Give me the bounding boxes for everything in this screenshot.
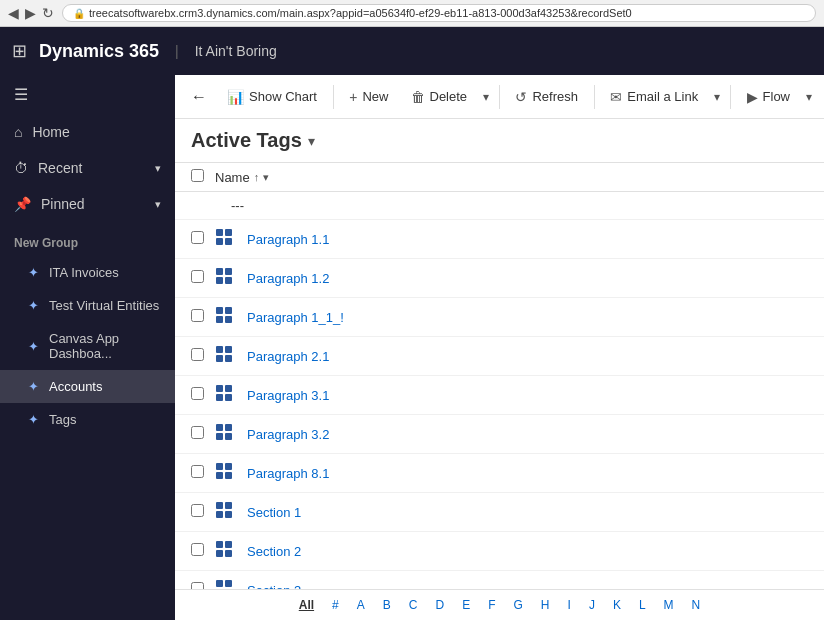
row-name-2[interactable]: Paragraph 1_1_!: [247, 310, 344, 325]
show-chart-button[interactable]: 📊 Show Chart: [217, 83, 327, 111]
table-area: Name ↑ ▾ --- Paragraph 1.1: [175, 163, 824, 589]
canvas-app-icon: ✦: [28, 339, 39, 354]
page-title-dropdown[interactable]: ▾: [308, 133, 315, 149]
pagination-c[interactable]: C: [401, 594, 426, 616]
delete-button[interactable]: 🗑 Delete: [401, 83, 478, 111]
table-row[interactable]: Paragraph 2.1: [175, 337, 824, 376]
sidebar-item-tags[interactable]: ✦ Tags: [0, 403, 175, 436]
refresh-button[interactable]: ↺ Refresh: [505, 83, 588, 111]
row-check-3[interactable]: [191, 348, 215, 364]
table-row[interactable]: Paragraph 1_1_!: [175, 298, 824, 337]
toolbar-dropdown-3[interactable]: ▾: [802, 84, 816, 110]
svg-rect-18: [216, 394, 223, 401]
back-nav-icon[interactable]: ◀: [8, 5, 19, 21]
table-row[interactable]: Paragraph 3.2: [175, 415, 824, 454]
sidebar-item-recent[interactable]: ⏱ Recent ▾: [0, 150, 175, 186]
row-checkbox-1[interactable]: [191, 270, 204, 283]
row-name-1[interactable]: Paragraph 1.2: [247, 271, 329, 286]
sidebar-item-home[interactable]: ⌂ Home: [0, 114, 175, 150]
flow-icon: ▶: [747, 89, 758, 105]
row-name-5[interactable]: Paragraph 3.2: [247, 427, 329, 442]
row-checkbox-0[interactable]: [191, 231, 204, 244]
sort-dropdown-icon[interactable]: ▾: [263, 171, 269, 184]
svg-rect-8: [216, 307, 223, 314]
pagination-k[interactable]: K: [605, 594, 629, 616]
row-name-7[interactable]: Section 1: [247, 505, 301, 520]
row-check-0[interactable]: [191, 231, 215, 247]
url-bar[interactable]: 🔒 treecatsoftwarebx.crm3.dynamics.com/ma…: [62, 4, 816, 22]
row-checkbox-5[interactable]: [191, 426, 204, 439]
table-row[interactable]: Paragraph 8.1: [175, 454, 824, 493]
row-checkbox-4[interactable]: [191, 387, 204, 400]
row-name-6[interactable]: Paragraph 8.1: [247, 466, 329, 481]
content-area: ← 📊 Show Chart + New 🗑 Delete ▾ ↺ Refres…: [175, 75, 824, 620]
waffle-icon[interactable]: ⊞: [12, 40, 27, 62]
pagination-h[interactable]: H: [533, 594, 558, 616]
home-icon: ⌂: [14, 124, 22, 140]
row-check-7[interactable]: [191, 504, 215, 520]
forward-nav-icon[interactable]: ▶: [25, 5, 36, 21]
row-name-3[interactable]: Paragraph 2.1: [247, 349, 329, 364]
sidebar-item-ita-invoices[interactable]: ✦ ITA Invoices: [0, 256, 175, 289]
back-button[interactable]: ←: [183, 82, 215, 112]
svg-rect-24: [216, 463, 223, 470]
sidebar-item-canvas-app[interactable]: ✦ Canvas App Dashboa...: [0, 322, 175, 370]
pagination-g[interactable]: G: [506, 594, 531, 616]
svg-rect-27: [225, 472, 232, 479]
row-checkbox-9[interactable]: [191, 582, 204, 589]
svg-rect-3: [225, 238, 232, 245]
toolbar-dropdown-2[interactable]: ▾: [710, 84, 724, 110]
sidebar-item-pinned[interactable]: 📌 Pinned ▾: [0, 186, 175, 222]
row-entity-icon-1: [215, 267, 239, 289]
pagination-j[interactable]: J: [581, 594, 603, 616]
flow-button[interactable]: ▶ Flow: [737, 83, 800, 111]
pagination-l[interactable]: L: [631, 594, 654, 616]
sort-asc-icon[interactable]: ↑: [254, 171, 260, 183]
row-name-4[interactable]: Paragraph 3.1: [247, 388, 329, 403]
table-row[interactable]: Section 2: [175, 532, 824, 571]
row-check-8[interactable]: [191, 543, 215, 559]
header-check-col[interactable]: [191, 169, 215, 185]
pagination-n[interactable]: N: [684, 594, 709, 616]
svg-rect-5: [225, 268, 232, 275]
row-entity-icon-3: [215, 345, 239, 367]
row-check-9[interactable]: [191, 582, 215, 589]
row-checkbox-3[interactable]: [191, 348, 204, 361]
table-row[interactable]: Paragraph 3.1: [175, 376, 824, 415]
svg-rect-28: [216, 502, 223, 509]
row-checkbox-6[interactable]: [191, 465, 204, 478]
row-check-1[interactable]: [191, 270, 215, 286]
table-row[interactable]: Paragraph 1.2: [175, 259, 824, 298]
page-title: Active Tags: [191, 129, 302, 152]
new-button[interactable]: + New: [339, 83, 398, 111]
table-row[interactable]: Section 1: [175, 493, 824, 532]
pagination-b[interactable]: B: [375, 594, 399, 616]
row-checkbox-2[interactable]: [191, 309, 204, 322]
row-check-5[interactable]: [191, 426, 215, 442]
pagination-all[interactable]: All: [291, 594, 322, 616]
pagination-f[interactable]: F: [480, 594, 503, 616]
row-checkbox-7[interactable]: [191, 504, 204, 517]
sidebar-hamburger[interactable]: ☰: [0, 75, 175, 114]
toolbar-dropdown-1[interactable]: ▾: [479, 84, 493, 110]
row-name-0[interactable]: Paragraph 1.1: [247, 232, 329, 247]
sidebar-item-accounts[interactable]: ✦ Accounts: [0, 370, 175, 403]
row-checkbox-8[interactable]: [191, 543, 204, 556]
pagination-d[interactable]: D: [427, 594, 452, 616]
table-row[interactable]: Section 3...: [175, 571, 824, 589]
sidebar-item-test-virtual[interactable]: ✦ Test Virtual Entities: [0, 289, 175, 322]
row-check-6[interactable]: [191, 465, 215, 481]
pagination-e[interactable]: E: [454, 594, 478, 616]
pagination-a[interactable]: A: [349, 594, 373, 616]
reload-nav-icon[interactable]: ↻: [42, 5, 54, 21]
row-check-4[interactable]: [191, 387, 215, 403]
select-all-checkbox[interactable]: [191, 169, 204, 182]
pagination-m[interactable]: M: [656, 594, 682, 616]
test-virtual-label: Test Virtual Entities: [49, 298, 159, 313]
row-name-8[interactable]: Section 2: [247, 544, 301, 559]
email-link-button[interactable]: ✉ Email a Link: [600, 83, 708, 111]
table-row[interactable]: Paragraph 1.1: [175, 220, 824, 259]
pagination-#[interactable]: #: [324, 594, 347, 616]
pagination-i[interactable]: I: [560, 594, 579, 616]
row-check-2[interactable]: [191, 309, 215, 325]
